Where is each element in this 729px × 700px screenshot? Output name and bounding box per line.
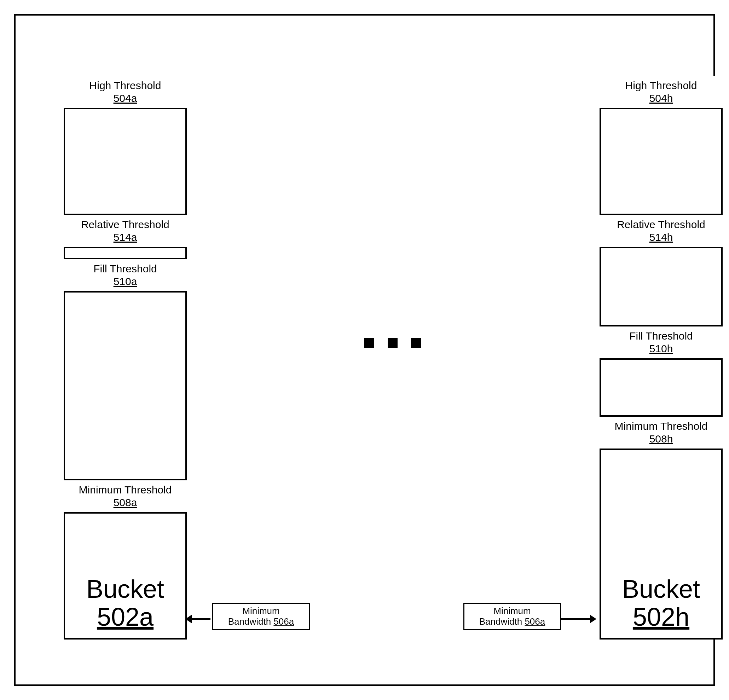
minbw-h-label1: Minimum (468, 606, 556, 617)
bucket-h: High Threshold 504h Relative Threshold 5… (600, 76, 723, 639)
bucket-h-minimum-threshold-label: Minimum Threshold (615, 420, 708, 433)
bucket-h-minimum-threshold-band: Minimum Threshold 508h (600, 415, 723, 450)
bucket-a-fill-threshold-ref: 510a (113, 275, 137, 288)
bucket-a-high-threshold-band: High Threshold 504a (64, 76, 187, 109)
bucket-h-high-threshold-label: High Threshold (625, 79, 697, 92)
bucket-h-fill-threshold-band: Fill Threshold 510h (600, 325, 723, 360)
dot-icon (411, 338, 421, 348)
bucket-a-relative-threshold-ref: 514a (113, 231, 137, 244)
bucket-h-fill-threshold-label: Fill Threshold (629, 330, 693, 343)
bucket-a-high-threshold-ref: 504a (113, 92, 137, 105)
bucket-h-title-label: Bucket (601, 575, 721, 603)
ellipsis-dots (364, 338, 421, 348)
bucket-h-title-ref: 502h (601, 603, 721, 631)
bucket-h-relative-threshold-band: Relative Threshold 514h (600, 213, 723, 248)
minbw-a-label1: Minimum (217, 606, 305, 617)
dot-icon (388, 338, 398, 348)
bucket-h-relative-threshold-ref: 514h (649, 231, 673, 244)
bucket-a-minimum-threshold-label: Minimum Threshold (79, 484, 172, 496)
bucket-a-title-label: Bucket (65, 575, 185, 603)
bucket-h-title: Bucket 502h (601, 575, 721, 631)
bucket-a-fill-threshold-label: Fill Threshold (93, 263, 157, 275)
bucket-h-fill-threshold-ref: 510h (649, 343, 673, 355)
bucket-a-minimum-threshold-ref: 508a (113, 496, 137, 509)
bucket-h-high-threshold-band: High Threshold 504h (600, 76, 723, 109)
minbw-a-label2: Bandwidth (228, 616, 274, 627)
minbw-a-box: Minimum Bandwidth 506a (212, 603, 310, 630)
bucket-h-minimum-threshold-ref: 508h (649, 433, 673, 445)
minbw-h-ref: 506a (524, 616, 545, 627)
bucket-a-high-threshold-label: High Threshold (90, 79, 161, 92)
bucket-a-title-ref: 502a (65, 603, 185, 631)
minbw-a-ref: 506a (273, 616, 294, 627)
minbw-h-box: Minimum Bandwidth 506a (463, 603, 561, 630)
bucket-a-relative-threshold-band: Relative Threshold 514a (64, 213, 187, 248)
bucket-a-relative-threshold-label: Relative Threshold (81, 218, 170, 231)
diagram-canvas: High Threshold 504a Relative Threshold 5… (0, 0, 729, 700)
bucket-h-high-threshold-ref: 504h (649, 92, 673, 105)
bucket-h-relative-threshold-label: Relative Threshold (617, 218, 705, 231)
bucket-a-minimum-threshold-band: Minimum Threshold 508a (64, 479, 187, 514)
bucket-a-fill-threshold-band: Fill Threshold 510a (64, 258, 187, 292)
bucket-a: High Threshold 504a Relative Threshold 5… (64, 76, 187, 639)
bucket-a-title: Bucket 502a (65, 575, 185, 631)
minbw-h-label2: Bandwidth (479, 616, 525, 627)
arrow-bucket-h (561, 618, 591, 620)
dot-icon (364, 338, 374, 348)
arrow-bucket-a (191, 618, 211, 620)
